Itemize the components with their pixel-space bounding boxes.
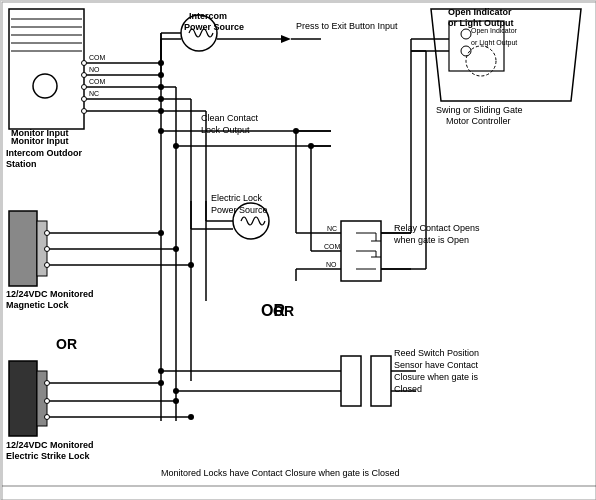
swing-gate-text: Swing or Sliding Gate	[436, 105, 523, 115]
svg-text:NO: NO	[89, 66, 100, 73]
svg-point-117	[45, 399, 50, 404]
svg-point-11	[82, 73, 87, 78]
svg-point-130	[158, 72, 164, 78]
open-indicator-text: Open Indicator	[448, 7, 512, 17]
monitored-locks-text: Monitored Locks have Contact Closure whe…	[161, 468, 400, 478]
svg-point-109	[158, 368, 164, 374]
svg-text:or Light Output: or Light Output	[471, 39, 517, 47]
svg-point-111	[173, 388, 179, 394]
svg-point-97	[158, 230, 164, 236]
clean-contact-text: Clean Contact	[201, 113, 259, 123]
svg-point-42	[173, 143, 179, 149]
svg-text:NC: NC	[327, 225, 337, 232]
svg-rect-103	[371, 356, 391, 406]
reed-switch-text4: Closed	[394, 384, 422, 394]
monitor-input-text: Monitor Input	[11, 128, 68, 138]
svg-point-119	[45, 415, 50, 420]
reed-switch-text3: Closure when gate is	[394, 372, 479, 382]
intercom-outdoor-label2: Station	[6, 159, 37, 169]
open-indicator-text2: or Light Output	[448, 18, 513, 28]
strike-lock-text2: Electric Strike Lock	[6, 451, 91, 461]
svg-point-121	[158, 380, 164, 386]
svg-rect-88	[9, 211, 37, 286]
intercom-power-text: Intercom	[189, 11, 227, 21]
relay-contact-text: Relay Contact Opens	[394, 223, 480, 233]
clean-contact-text2: Lock Output	[201, 125, 250, 135]
press-exit-text: Press to Exit Button Input	[296, 21, 398, 31]
wiring-diagram: COM NO COM NC Monitor Input Intercom Out…	[0, 0, 596, 500]
magnetic-lock-text: 12/24VDC Monitored	[6, 289, 94, 299]
magnetic-lock-text2: Magnetic Lock	[6, 300, 70, 310]
svg-point-126	[158, 84, 164, 90]
electric-lock-text2: Power Source	[211, 205, 268, 215]
svg-text:COM: COM	[324, 243, 341, 250]
svg-rect-112	[9, 361, 37, 436]
svg-point-91	[45, 231, 50, 236]
svg-point-123	[173, 398, 179, 404]
svg-point-65	[293, 128, 299, 134]
svg-text:NC: NC	[89, 90, 99, 97]
svg-point-99	[173, 246, 179, 252]
intercom-outdoor-label: Intercom Outdoor	[6, 148, 82, 158]
reed-switch-text: Reed Switch Position	[394, 348, 479, 358]
intercom-power-text2: Power Source	[184, 22, 244, 32]
svg-point-93	[45, 247, 50, 252]
svg-point-15	[82, 97, 87, 102]
swing-gate-text2: Motor Controller	[446, 116, 511, 126]
svg-text:NO: NO	[326, 261, 337, 268]
svg-point-41	[158, 128, 164, 134]
relay-contact-text2: when gate is Open	[393, 235, 469, 245]
or-lock-label: OR	[56, 336, 77, 352]
svg-point-115	[45, 381, 50, 386]
svg-point-69	[308, 143, 314, 149]
svg-point-128	[158, 108, 164, 114]
svg-point-17	[82, 109, 87, 114]
reed-switch-text2: Sensor have Contact	[394, 360, 479, 370]
svg-point-13	[82, 85, 87, 90]
svg-point-75	[461, 29, 471, 39]
svg-point-7	[33, 74, 57, 98]
svg-point-95	[45, 263, 50, 268]
svg-point-125	[188, 414, 194, 420]
svg-rect-102	[341, 356, 361, 406]
svg-text:Open Indicator: Open Indicator	[471, 27, 518, 35]
svg-text:COM: COM	[89, 54, 106, 61]
electric-lock-text: Electric Lock	[211, 193, 263, 203]
svg-point-101	[188, 262, 194, 268]
svg-point-9	[82, 61, 87, 66]
svg-text:COM: COM	[89, 78, 106, 85]
svg-point-129	[158, 60, 164, 66]
svg-point-127	[158, 96, 164, 102]
or-center-label: OR	[273, 303, 294, 319]
strike-lock-text: 12/24VDC Monitored	[6, 440, 94, 450]
